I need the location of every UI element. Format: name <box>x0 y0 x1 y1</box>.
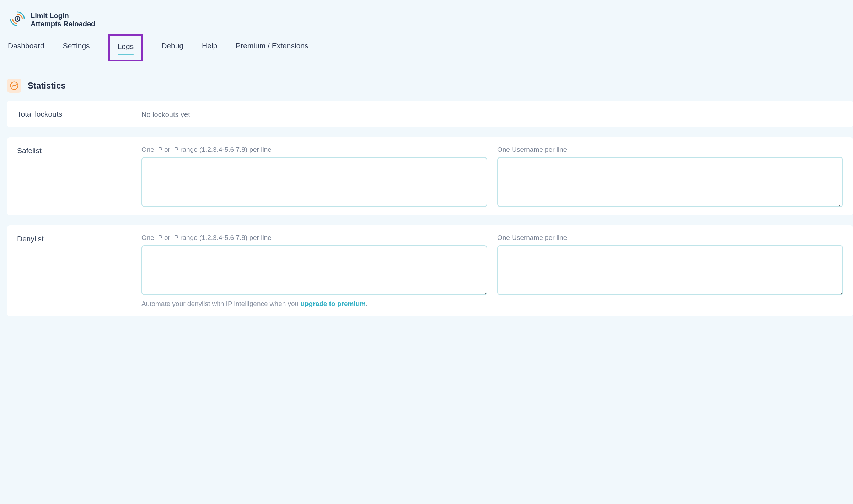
denylist-user-hint: One Username per line <box>497 234 843 242</box>
brand-title-line2: Attempts Reloaded <box>31 20 95 28</box>
statistics-icon <box>7 79 21 93</box>
tab-debug[interactable]: Debug <box>161 39 183 52</box>
denylist-fields: One IP or IP range (1.2.3.4-5.6.7.8) per… <box>141 234 843 295</box>
lockouts-value: No lockouts yet <box>141 109 190 119</box>
safelist-fields: One IP or IP range (1.2.3.4-5.6.7.8) per… <box>141 146 843 207</box>
denylist-ip-block: One IP or IP range (1.2.3.4-5.6.7.8) per… <box>141 234 487 295</box>
safelist-card: Safelist One IP or IP range (1.2.3.4-5.6… <box>7 137 853 215</box>
brand-title-line1: Limit Login <box>31 12 95 20</box>
svg-point-4 <box>16 83 16 84</box>
denylist-user-block: One Username per line <box>497 234 843 295</box>
safelist-user-input[interactable] <box>497 157 843 207</box>
lockouts-row: Total lockouts No lockouts yet <box>17 109 843 119</box>
denylist-card: Denylist One IP or IP range (1.2.3.4-5.6… <box>7 225 853 316</box>
denylist-label: Denylist <box>17 234 141 243</box>
brand-title: Limit Login Attempts Reloaded <box>31 12 95 28</box>
denylist-row: Denylist One IP or IP range (1.2.3.4-5.6… <box>17 234 843 308</box>
safelist-user-hint: One Username per line <box>497 146 843 154</box>
denylist-footnote-suffix: . <box>366 300 368 307</box>
statistics-header: Statistics <box>7 69 853 101</box>
active-tab-highlight: Logs <box>108 34 143 61</box>
denylist-footnote-prefix: Automate your denylist with IP intellige… <box>141 300 300 307</box>
brand-header: Limit Login Attempts Reloaded <box>7 7 853 32</box>
brand-logo-icon <box>9 11 26 29</box>
tab-logs[interactable]: Logs <box>118 40 134 53</box>
safelist-ip-input[interactable] <box>141 157 487 207</box>
tab-bar: Dashboard Settings Logs Debug Help Premi… <box>7 32 853 69</box>
denylist-ip-hint: One IP or IP range (1.2.3.4-5.6.7.8) per… <box>141 234 487 242</box>
statistics-title: Statistics <box>28 81 66 91</box>
safelist-ip-block: One IP or IP range (1.2.3.4-5.6.7.8) per… <box>141 146 487 207</box>
lockouts-label: Total lockouts <box>17 109 141 118</box>
denylist-ip-input[interactable] <box>141 245 487 295</box>
tab-premium[interactable]: Premium / Extensions <box>236 39 308 52</box>
upgrade-premium-link[interactable]: upgrade to premium <box>300 300 366 307</box>
lockouts-card: Total lockouts No lockouts yet <box>7 101 853 127</box>
svg-rect-2 <box>17 18 18 20</box>
safelist-user-block: One Username per line <box>497 146 843 207</box>
safelist-label: Safelist <box>17 146 141 155</box>
denylist-user-input[interactable] <box>497 245 843 295</box>
tab-help[interactable]: Help <box>202 39 217 52</box>
denylist-fields-wrap: One IP or IP range (1.2.3.4-5.6.7.8) per… <box>141 234 843 308</box>
tab-dashboard[interactable]: Dashboard <box>8 39 44 52</box>
safelist-ip-hint: One IP or IP range (1.2.3.4-5.6.7.8) per… <box>141 146 487 154</box>
denylist-footnote: Automate your denylist with IP intellige… <box>141 300 843 308</box>
tab-settings[interactable]: Settings <box>63 39 90 52</box>
safelist-row: Safelist One IP or IP range (1.2.3.4-5.6… <box>17 146 843 207</box>
page-root: Limit Login Attempts Reloaded Dashboard … <box>0 0 853 323</box>
